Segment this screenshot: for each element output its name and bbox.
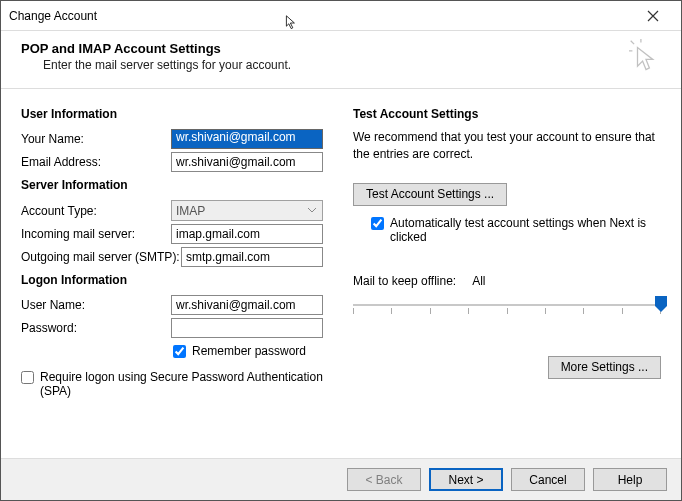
outgoing-field[interactable]: [181, 247, 323, 267]
your-name-field[interactable]: wr.shivani@gmail.com: [171, 129, 323, 149]
password-label: Password:: [21, 321, 171, 335]
username-label: User Name:: [21, 298, 171, 312]
logon-info-title: Logon Information: [21, 273, 329, 287]
email-label: Email Address:: [21, 155, 171, 169]
close-icon: [647, 10, 659, 22]
more-settings-button[interactable]: More Settings ...: [548, 356, 661, 379]
your-name-label: Your Name:: [21, 132, 171, 146]
help-button[interactable]: Help: [593, 468, 667, 491]
incoming-field[interactable]: [171, 224, 323, 244]
test-settings-desc: We recommend that you test your account …: [353, 129, 661, 163]
header-title: POP and IMAP Account Settings: [21, 41, 661, 56]
footer: < Back Next > Cancel Help: [1, 458, 681, 500]
header: POP and IMAP Account Settings Enter the …: [1, 31, 681, 89]
chevron-down-icon: [302, 201, 322, 220]
account-type-label: Account Type:: [21, 204, 171, 218]
test-account-button[interactable]: Test Account Settings ...: [353, 183, 507, 206]
password-field[interactable]: [171, 318, 323, 338]
email-field[interactable]: [171, 152, 323, 172]
remember-password-label: Remember password: [192, 344, 306, 358]
back-button: < Back: [347, 468, 421, 491]
slider-thumb-icon: [655, 296, 667, 312]
header-subtitle: Enter the mail server settings for your …: [43, 58, 661, 72]
spa-checkbox[interactable]: [21, 371, 34, 384]
mail-keep-label: Mail to keep offline:: [353, 274, 456, 288]
mail-keep-slider[interactable]: [353, 294, 661, 316]
username-field[interactable]: [171, 295, 323, 315]
test-settings-title: Test Account Settings: [353, 107, 661, 121]
outgoing-label: Outgoing mail server (SMTP):: [21, 250, 181, 264]
cancel-button[interactable]: Cancel: [511, 468, 585, 491]
cursor-graphic-icon: [629, 39, 663, 73]
user-info-title: User Information: [21, 107, 329, 121]
spa-label: Require logon using Secure Password Auth…: [40, 370, 329, 398]
account-type-value: IMAP: [176, 204, 205, 218]
close-button[interactable]: [633, 2, 673, 30]
account-type-combo: IMAP: [171, 200, 323, 221]
window-title: Change Account: [9, 9, 633, 23]
remember-password-checkbox[interactable]: [173, 345, 186, 358]
server-info-title: Server Information: [21, 178, 329, 192]
incoming-label: Incoming mail server:: [21, 227, 171, 241]
cursor-icon: [284, 15, 300, 31]
auto-test-checkbox[interactable]: [371, 217, 384, 230]
auto-test-label: Automatically test account settings when…: [390, 216, 650, 244]
next-button[interactable]: Next >: [429, 468, 503, 491]
mail-keep-value: All: [472, 274, 485, 288]
